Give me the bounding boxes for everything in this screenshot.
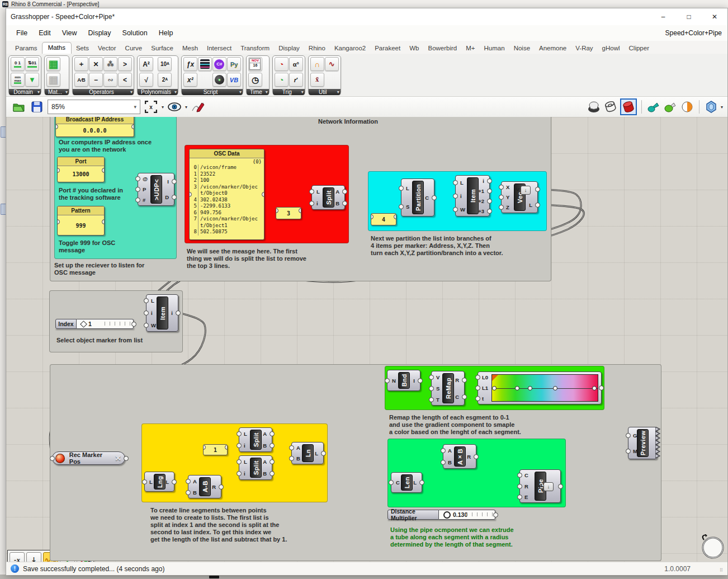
alpha-icon[interactable]: α°	[289, 57, 303, 71]
in-port-i[interactable]	[237, 443, 242, 448]
ribbon-group-label[interactable]: Trig▾	[273, 89, 305, 95]
navigation-trackball[interactable]	[697, 532, 725, 560]
tab-surface[interactable]: Surface	[146, 43, 178, 54]
out-port-R[interactable]	[219, 484, 224, 489]
colour-swatch-icon[interactable]	[663, 100, 678, 114]
out-port[interactable]	[262, 192, 264, 197]
slider-track[interactable]: 1	[77, 319, 134, 329]
in-port-L[interactable]	[237, 431, 242, 436]
material-sphere-icon[interactable]	[680, 100, 694, 114]
definition-canvas[interactable]: -x ⤓ ∿∿ ▼ ➜▮L >UDP<@P#IDSplitLiABPartiti…	[6, 117, 727, 562]
slider-knob[interactable]	[80, 321, 87, 328]
chevron-down-icon[interactable]: ▾	[239, 90, 242, 95]
tab-ghowl[interactable]: gHowl	[598, 43, 625, 54]
out-port-L[interactable]	[535, 203, 540, 208]
gradient-stop-handle[interactable]	[528, 386, 532, 390]
out-port-B[interactable]	[342, 201, 347, 206]
out-port[interactable]	[394, 214, 396, 219]
pattern-panel[interactable]: Pattern999	[57, 206, 105, 236]
domain-segment-icon[interactable]: ▼	[25, 73, 39, 87]
expression-icon[interactable]: ƒx	[183, 57, 197, 71]
interpolate-icon[interactable]: ∿	[325, 57, 339, 71]
osc-data-panel[interactable]: OSC Data{0}0/vicon/frame12352221003/vico…	[189, 149, 264, 240]
subtraction-node[interactable]: A-BABR	[188, 475, 221, 498]
x-square-icon[interactable]: x²	[183, 73, 197, 87]
tab-vray[interactable]: V-Ray	[571, 43, 597, 54]
in-port-B[interactable]	[186, 490, 191, 495]
chevron-down-icon[interactable]: ▾	[266, 90, 268, 95]
tab-mesh[interactable]: Mesh	[178, 43, 202, 54]
out-port[interactable]	[225, 445, 228, 450]
menu-display[interactable]: Display	[83, 27, 117, 39]
out-port-L[interactable]	[172, 479, 177, 484]
chevron-down-icon[interactable]: ▾	[185, 105, 187, 110]
out-port-i[interactable]	[176, 310, 181, 316]
ribbon-group-label[interactable]: Mat...▾	[45, 89, 69, 95]
ribbon-group-label[interactable]: Domain▾	[9, 89, 41, 95]
partition-node[interactable]: PartitionLSC	[401, 178, 434, 216]
in-port-W[interactable]	[144, 323, 149, 328]
out-port[interactable]	[124, 456, 129, 461]
port-panel[interactable]: Port13000	[57, 157, 105, 182]
in-port-P[interactable]	[135, 187, 140, 192]
pipe-node[interactable]: PipeCREP↓	[519, 469, 561, 503]
tab-clipper[interactable]: Clipper	[625, 43, 654, 54]
gradient-node[interactable]: L0L1t	[478, 371, 602, 404]
udp-receiver-node[interactable]: >UDP<@P#ID	[138, 173, 174, 206]
calendar-icon[interactable]: NOV16	[248, 57, 262, 71]
hide-widget-icon[interactable]: -x	[10, 552, 25, 562]
in-port-N[interactable]	[385, 378, 390, 383]
in-port-M[interactable]	[626, 449, 631, 454]
gradient-stop-handle[interactable]	[492, 386, 497, 390]
bounds-node[interactable]: BndNI	[387, 370, 420, 391]
multiplication-node[interactable]: A×BABR	[443, 444, 476, 469]
gumball-gem-icon[interactable]	[704, 100, 718, 114]
out-port-B[interactable]	[270, 471, 275, 476]
in-port-A[interactable]	[289, 445, 294, 450]
menu-solution[interactable]: Solution	[117, 27, 153, 39]
ghpython-icon[interactable]: ●	[212, 73, 226, 87]
in-port-i[interactable]	[237, 471, 242, 476]
python-icon[interactable]: Py	[227, 57, 241, 71]
index-3-panel[interactable]: 3	[276, 207, 301, 219]
exp2-icon[interactable]: 2ᴬ	[158, 73, 172, 87]
resize-grip[interactable]: ⠿	[720, 568, 725, 573]
in-port-L[interactable]	[237, 459, 242, 464]
remap-node[interactable]: ReMapVSTRC	[431, 371, 465, 406]
chevron-down-icon[interactable]: ▾	[301, 90, 304, 95]
out-port[interactable]	[493, 512, 498, 517]
save-icon[interactable]	[30, 100, 44, 114]
add-icon[interactable]: ＋	[74, 57, 88, 71]
domain-number-icon[interactable]: 0 1	[11, 57, 25, 71]
tab-rhino[interactable]: Rhino	[304, 43, 330, 54]
out-port-plus1[interactable]	[487, 189, 492, 194]
minimize-button[interactable]: –	[650, 8, 676, 25]
split-a-node[interactable]: SplitLiAB	[239, 427, 272, 452]
in-port-@[interactable]	[135, 176, 140, 181]
chevron-down-icon[interactable]: ▾	[162, 105, 164, 110]
tab-wb[interactable]: Wb	[405, 43, 423, 54]
menu-help[interactable]: Help	[153, 27, 179, 39]
in-port-L1[interactable]	[475, 385, 480, 390]
chevron-down-icon[interactable]: ▾	[65, 90, 68, 95]
flatten-arrow-icon[interactable]: ↓	[521, 186, 531, 195]
out-port-A[interactable]	[270, 459, 275, 464]
out-port-plus3[interactable]	[487, 209, 492, 214]
chevron-down-icon[interactable]: ▾	[130, 90, 133, 95]
in-port-W[interactable]	[453, 207, 458, 212]
in-port-V[interactable]	[429, 375, 434, 380]
clock-icon[interactable]: ◷	[248, 73, 262, 87]
tab-maths[interactable]: Maths	[42, 42, 72, 54]
split-b-node[interactable]: SplitLiAB	[239, 455, 272, 480]
in-port-L[interactable]	[144, 298, 149, 303]
out-port-R[interactable]	[474, 454, 479, 459]
zoom-select[interactable]: 85% ▾	[48, 100, 140, 114]
vector-xyz-node[interactable]: VecXYZV↓L	[501, 181, 538, 213]
preview-eye-icon[interactable]	[167, 100, 182, 114]
tab-m[interactable]: M+	[461, 43, 479, 54]
tab-bowerbird[interactable]: Bowerbird	[423, 43, 461, 54]
out-port-C[interactable]	[462, 394, 467, 399]
open-file-icon[interactable]	[12, 100, 26, 114]
ribbon-group-label[interactable]: Time▾	[247, 89, 269, 95]
tab-human[interactable]: Human	[480, 43, 509, 54]
